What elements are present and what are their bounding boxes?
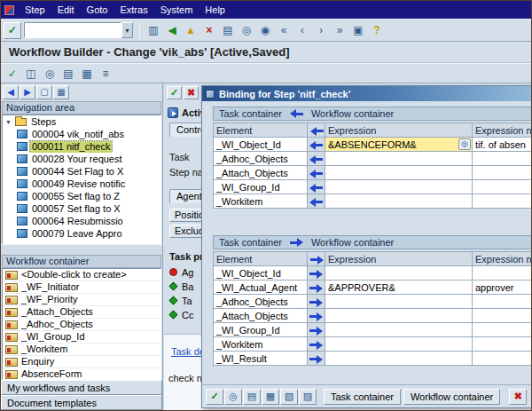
element-cell[interactable]: _WI_Object_Id xyxy=(214,266,308,281)
container-element[interactable]: _WI_Group_Id xyxy=(3,331,160,344)
element-cell[interactable]: _WI_Actual_Agent xyxy=(214,281,308,295)
task-description-link[interactable]: Task de xyxy=(171,346,205,357)
overview-icon[interactable]: ▦ xyxy=(53,85,69,99)
container-element[interactable]: _Workitem xyxy=(3,344,160,356)
copy-line-icon[interactable]: ▨ xyxy=(299,389,317,405)
element-cell[interactable]: _Attach_Objects xyxy=(214,309,308,323)
print-icon[interactable]: ▤ xyxy=(219,22,237,39)
menu-item-system[interactable]: System xyxy=(154,2,200,18)
element-cell[interactable]: _Adhoc_Objects xyxy=(214,152,308,166)
find-next-icon[interactable]: ◉ xyxy=(256,22,274,39)
new-session-icon[interactable]: ▣ xyxy=(349,22,367,39)
step-node-000079[interactable]: 000079 Leave Appro xyxy=(3,227,160,240)
cancel-icon[interactable]: × xyxy=(200,22,218,39)
dialog-icon xyxy=(206,90,215,99)
enter-button[interactable]: ✓ xyxy=(4,22,21,39)
container-element[interactable]: _Attach_Objects xyxy=(3,306,160,319)
element-cell[interactable]: _Workitem xyxy=(214,337,308,352)
expression-cell[interactable] xyxy=(325,323,473,337)
element-cell[interactable]: _Adhoc_Objects xyxy=(214,295,308,309)
other-workflow-icon[interactable]: ▦ xyxy=(78,65,96,82)
page-up-icon[interactable]: ‹ xyxy=(293,22,311,39)
graphical-model-icon[interactable]: ◫ xyxy=(22,65,40,82)
command-input[interactable] xyxy=(24,22,121,38)
element-cell[interactable]: _WI_Group_Id xyxy=(214,180,308,194)
binding-header-row: ElementExpressionExpression n xyxy=(214,252,532,266)
back-icon[interactable]: ◀ xyxy=(163,22,181,39)
menu-bar: StepEditGotoExtrasSystemHelp xyxy=(1,1,531,19)
back-icon[interactable]: ◀ xyxy=(3,85,19,99)
element-cell[interactable]: _Attach_Objects xyxy=(214,166,308,180)
expression-cell[interactable] xyxy=(325,352,473,366)
test-workflow-icon[interactable]: ◎ xyxy=(41,65,59,82)
expander-icon[interactable]: ▼ xyxy=(4,119,12,125)
step-node-000055[interactable]: 000055 Set flag to Z xyxy=(3,190,160,202)
last-page-icon[interactable]: » xyxy=(331,22,348,39)
footer-button-workflow-container[interactable]: Workflow container xyxy=(403,389,500,405)
expression-cell[interactable] xyxy=(325,309,473,323)
container-element[interactable]: AbsenceForm xyxy=(3,368,160,380)
print-workflow-icon[interactable]: ▤ xyxy=(59,65,77,82)
menu-item-extras[interactable]: Extras xyxy=(113,2,153,18)
step-node-000028[interactable]: 000028 Your request xyxy=(3,153,160,165)
element-cell[interactable]: _WI_Group_Id xyxy=(214,323,308,337)
menu-item-step[interactable]: Step xyxy=(19,2,51,18)
task-property-ag[interactable]: Ag xyxy=(169,266,193,278)
panel-splitter[interactable] xyxy=(1,244,162,255)
check-workflow-icon[interactable]: ✓ xyxy=(4,65,21,82)
binding-dialog-titlebar[interactable]: Binding for Step 'nitf_check' xyxy=(202,86,531,101)
settings-icon[interactable]: ≡ xyxy=(97,65,114,82)
expression-cell[interactable] xyxy=(325,266,473,281)
task-property-cc[interactable]: Cc xyxy=(169,309,193,320)
step-node-000064[interactable]: 000064 Resubmissio xyxy=(3,215,160,227)
save-icon[interactable]: ▥ xyxy=(145,22,162,39)
step-confirm-button[interactable]: ✓ xyxy=(167,86,182,99)
sidebar-view-button-1[interactable]: Document templates xyxy=(1,395,162,410)
expression-editor-button[interactable]: ◎ xyxy=(458,138,471,150)
expression-cell[interactable] xyxy=(325,180,473,194)
page-down-icon[interactable]: › xyxy=(312,22,330,39)
help-icon[interactable]: ? xyxy=(368,22,386,39)
expression-cell[interactable] xyxy=(325,152,473,166)
element-cell[interactable]: _Workitem xyxy=(214,194,308,209)
container-element[interactable]: _WF_Initiator xyxy=(3,281,160,294)
check-binding-icon[interactable]: ◎ xyxy=(224,389,242,405)
container-element[interactable]: <Double-click to create> xyxy=(3,269,160,281)
delete-line-icon[interactable]: ▧ xyxy=(280,389,298,405)
expression-cell[interactable] xyxy=(325,166,473,180)
command-dropdown-button[interactable]: ▾ xyxy=(121,22,133,38)
exit-icon[interactable]: ▲ xyxy=(182,22,200,39)
forward-icon[interactable]: ▶ xyxy=(20,85,35,99)
container-element[interactable]: Enquiry xyxy=(3,356,160,368)
confirm-icon[interactable]: ✓ xyxy=(206,389,223,405)
display-binding-icon[interactable]: ▤ xyxy=(243,389,261,405)
step-node-000057[interactable]: 000057 Set flag to X xyxy=(3,202,160,215)
container-element[interactable]: _Adhoc_Objects xyxy=(3,319,160,331)
first-page-icon[interactable]: « xyxy=(275,22,293,39)
binding-cancel-button[interactable]: ✖ xyxy=(509,389,527,405)
sidebar-view-button-0[interactable]: My workflows and tasks xyxy=(1,380,162,395)
step-node-000004[interactable]: 000004 vik_notif_abs xyxy=(3,128,160,140)
expression-cell[interactable] xyxy=(325,337,473,352)
expression-cell[interactable]: &ABSENCEFORM&◎ xyxy=(325,138,473,152)
detail-view-icon[interactable]: ▢ xyxy=(36,85,52,99)
expression-cell[interactable] xyxy=(325,194,473,209)
expression-cell[interactable] xyxy=(325,295,473,309)
menu-item-goto[interactable]: Goto xyxy=(81,2,114,18)
menu-item-edit[interactable]: Edit xyxy=(51,2,81,18)
task-property-ta[interactable]: Ta xyxy=(169,295,193,306)
footer-button-task-container[interactable]: Task container xyxy=(324,389,401,405)
step-cancel-button[interactable]: ✖ xyxy=(184,86,199,99)
insert-line-icon[interactable]: ▦ xyxy=(262,389,279,405)
element-cell[interactable]: _WI_Object_Id xyxy=(214,138,308,152)
expression-cell[interactable]: &APPROVER& xyxy=(325,281,473,295)
element-cell[interactable]: _WI_Result xyxy=(214,352,308,366)
container-element[interactable]: _WF_Priority xyxy=(3,294,160,306)
step-node-000011[interactable]: 000011 nitf_check xyxy=(3,140,160,153)
step-node-000044[interactable]: 000044 Set Flag to X xyxy=(3,165,160,178)
find-icon[interactable]: ◎ xyxy=(238,22,255,39)
task-property-ba[interactable]: Ba xyxy=(169,281,193,292)
step-node-000049[interactable]: 000049 Revise notific xyxy=(3,178,160,190)
steps-root-node[interactable]: ▼ Steps xyxy=(3,115,160,128)
menu-item-help[interactable]: Help xyxy=(199,2,231,18)
